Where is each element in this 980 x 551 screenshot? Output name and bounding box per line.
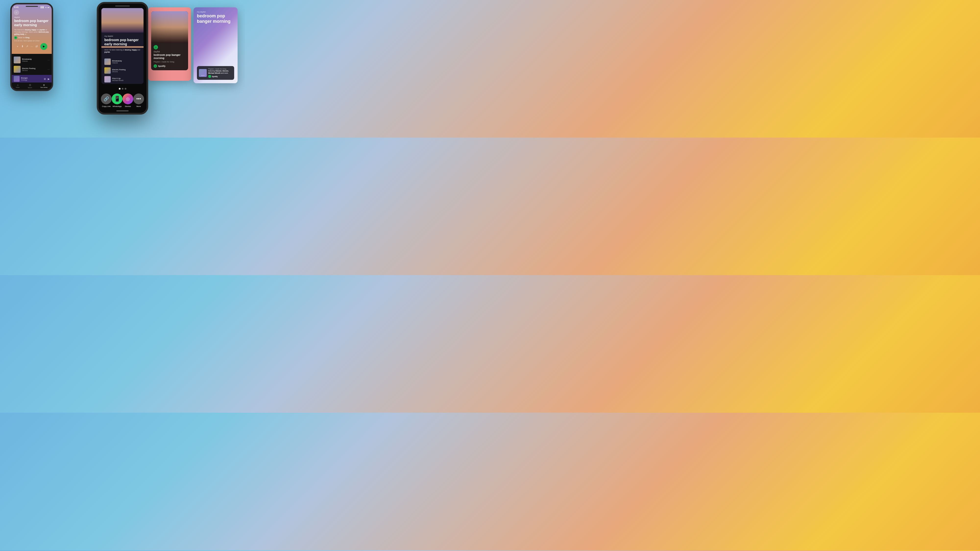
play-button[interactable]: ▶ xyxy=(40,43,47,50)
share-card-desc: since i've been listening to bouncy, hap… xyxy=(104,49,141,54)
status-icons: ▌▌▌ ▲ ▬ xyxy=(41,6,49,8)
list-item: Electric Feeling Decora xyxy=(102,66,143,75)
whatsapp-label: WhatsApp xyxy=(113,105,122,108)
card-mini-info: Playlist • made for Greg featuring Glass… xyxy=(208,68,232,78)
made-for-text: Made for Greg xyxy=(18,37,29,38)
track-artist: Decora xyxy=(22,70,48,71)
now-playing-artist: Zoology xyxy=(21,79,42,81)
duration: 3 hr 26 min xyxy=(14,40,22,41)
card-spotify-dot: ♫ xyxy=(154,45,158,49)
share-buttons: 🔗 Copy Link 📱 WhatsApp ◎ Stories ••• Mor… xyxy=(99,92,146,110)
nav-home-label: Home xyxy=(16,87,20,88)
scene: 6:41 ▌▌▌ ▲ ▬ ‹ daylist bedroom pop bange… xyxy=(0,0,245,138)
next-update: Next update at 9:25am xyxy=(24,40,40,41)
phone-notch-left xyxy=(26,6,38,7)
shuffle-button[interactable]: ⇄ xyxy=(35,45,38,48)
playlist-header: daylist bedroom pop banger early morning… xyxy=(12,16,52,54)
stories-icon: ◎ xyxy=(123,94,133,104)
home-icon: ⌂ xyxy=(17,84,19,86)
track-artist: Decora xyxy=(112,71,126,73)
track-info: Electric Feeling Decora xyxy=(112,68,126,73)
phone-center: my daylist bedroom pop banger early morn… xyxy=(97,2,148,114)
card-purple-mini: daylist Playlist • made for Greg featuri… xyxy=(197,66,234,80)
track-info: Pick It Up Michael Minelli xyxy=(112,77,123,81)
share-card-title: bedroom pop banger early morning xyxy=(104,38,141,46)
track-info: Electric Feeling Decora xyxy=(22,67,48,71)
search-icon: ⊙ xyxy=(29,84,31,87)
copy-link-button[interactable]: 🔗 Copy Link xyxy=(101,94,112,108)
more-label: More xyxy=(137,105,141,108)
now-playing-info: Escape Zoology xyxy=(21,77,42,81)
card-mini-thumbnail: daylist xyxy=(199,69,207,77)
card-purple-title: bedroom pop banger morning xyxy=(197,13,234,24)
dots-indicator xyxy=(99,86,146,92)
share-tracklist: Breakaway Glassio Electric Feeling Decor… xyxy=(102,57,143,84)
card-daylist-label: daylist xyxy=(151,49,188,53)
card-mini-spotify-icon xyxy=(208,75,211,78)
library-icon: ≡ xyxy=(43,84,45,86)
download-icon[interactable]: ⬇ xyxy=(21,45,24,48)
more-button[interactable]: ••• More xyxy=(133,94,144,108)
track-name: Breakaway xyxy=(112,60,122,62)
signal-icon: ▌▌▌ xyxy=(41,6,45,8)
share-icon[interactable]: ↗ xyxy=(26,45,28,48)
table-row: Breakaway Glassio ··· xyxy=(14,55,50,65)
card-mini-playlist: Playlist • made for Greg xyxy=(208,68,232,70)
nav-home[interactable]: ⌂ Home xyxy=(16,84,20,88)
nav-search[interactable]: ⊙ Search xyxy=(28,84,32,88)
stories-button[interactable]: ◎ Stories xyxy=(123,94,133,108)
nav-search-label: Search xyxy=(28,87,32,88)
now-playing-title: Escape xyxy=(21,77,42,79)
controls-left: ＋ ⬇ ↗ ··· xyxy=(16,44,33,48)
card-pink-inner: ♫ daylist bedroom pop banger morning Pla… xyxy=(151,11,188,70)
controls-row: ＋ ⬇ ↗ ··· ⇄ ▶ xyxy=(14,43,49,50)
whatsapp-button[interactable]: 📱 WhatsApp xyxy=(112,94,123,108)
card-pink-spotify-icon: ♫ xyxy=(154,64,157,68)
more-icon[interactable]: ··· xyxy=(30,45,33,48)
add-icon[interactable]: ＋ xyxy=(16,44,19,48)
card-mini-featuring: featuring Glassio, Decora, Michael Minel… xyxy=(208,70,232,74)
whatsapp-icon: 📱 xyxy=(112,94,123,104)
phone-screen-left: 6:41 ▌▌▌ ▲ ▬ ‹ daylist bedroom pop bange… xyxy=(12,5,52,90)
track-thumbnail xyxy=(14,57,21,64)
playlist-desc: You listened to bouncy, happy and joyrid… xyxy=(14,29,49,35)
duration-row: 3 hr 26 min • Next update at 9:25am xyxy=(14,40,49,41)
track-name: Breakaway xyxy=(22,58,48,60)
card-mini-label: daylist xyxy=(201,75,205,76)
playlist-title: bedroom pop banger early morning xyxy=(14,19,49,27)
dot-3[interactable] xyxy=(125,88,126,90)
card-purple-label: my daylist xyxy=(197,11,234,13)
share-card-label: my daylist xyxy=(104,35,141,37)
track-thumbnail xyxy=(104,76,111,83)
track-info: Breakaway Glassio xyxy=(22,58,48,62)
track-info: Breakaway Glassio xyxy=(112,60,122,64)
track-thumbnail xyxy=(14,66,21,73)
card-pink-image xyxy=(151,11,188,43)
card-purple: my daylist bedroom pop banger morning da… xyxy=(194,7,238,83)
now-playing-thumbnail xyxy=(14,76,20,82)
card-pink-title: bedroom pop banger morning xyxy=(151,53,188,61)
track-more-icon[interactable]: ··· xyxy=(48,68,50,71)
card-pink-made-for: Playlist • made for Greg xyxy=(151,61,188,64)
back-button[interactable]: ‹ xyxy=(14,10,19,15)
card-mini-spotify-text: Spotify xyxy=(212,76,218,77)
share-card: my daylist bedroom pop banger early morn… xyxy=(102,8,143,84)
dot-2[interactable] xyxy=(122,88,123,90)
nav-library-label: Your Library xyxy=(40,87,48,88)
list-item: Breakaway Glassio xyxy=(102,57,143,66)
dot-1[interactable] xyxy=(119,88,121,90)
phone-notch-center xyxy=(115,5,130,6)
daylist-label: daylist xyxy=(14,16,49,18)
now-playing-bar[interactable]: Escape Zoology ⊞ ▶ xyxy=(12,75,52,83)
copy-link-icon: 🔗 xyxy=(101,94,112,104)
track-more-icon[interactable]: ··· xyxy=(48,59,50,62)
card-spotify-logo-row: ♫ xyxy=(151,43,188,49)
phone-left: 6:41 ▌▌▌ ▲ ▬ ‹ daylist bedroom pop bange… xyxy=(10,3,53,91)
bottom-navigation: ⌂ Home ⊙ Search ≡ Your Library xyxy=(12,83,52,90)
svg-point-0 xyxy=(15,37,17,39)
connect-icon[interactable]: ⊞ xyxy=(44,78,46,80)
track-artist: Glassio xyxy=(22,60,48,62)
nav-library[interactable]: ≡ Your Library xyxy=(40,84,48,88)
battery-icon: ▬ xyxy=(48,6,49,8)
np-play-icon[interactable]: ▶ xyxy=(48,78,50,80)
